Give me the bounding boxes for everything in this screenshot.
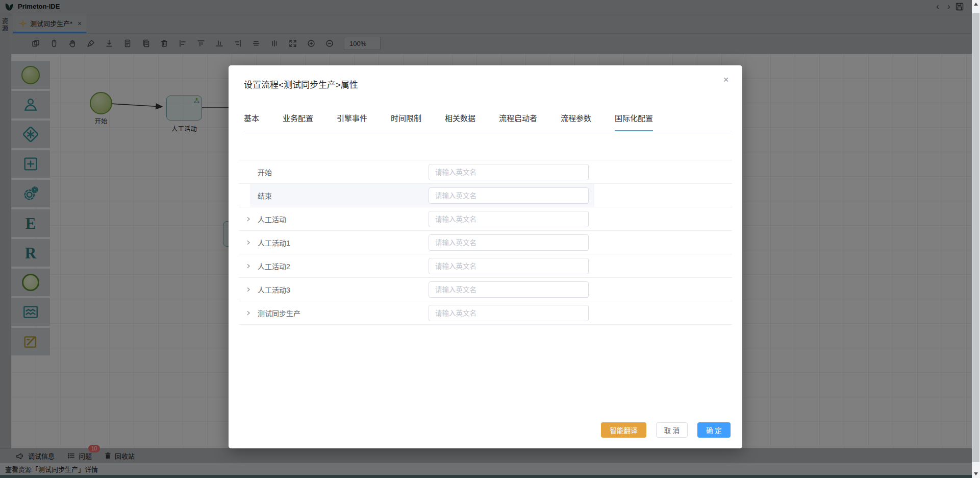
i18n-row: 结束 <box>239 184 732 207</box>
i18n-row: 开始 <box>239 160 732 184</box>
tab-process-initiator[interactable]: 流程启动者 <box>499 112 537 131</box>
row-label: 人工活动2 <box>258 261 290 271</box>
row-label: 测试同步生产 <box>258 308 300 318</box>
tab-time-limit[interactable]: 时间限制 <box>391 112 421 131</box>
i18n-row: 测试同步生产 <box>239 301 732 325</box>
i18n-row: 人工活动 <box>239 207 732 231</box>
i18n-row: 人工活动3 <box>239 278 732 301</box>
i18n-rows: 开始 结束 人工活动 人工活动1 人工活动2 <box>239 160 732 325</box>
vertical-scrollbar[interactable] <box>972 0 980 478</box>
tab-business-config[interactable]: 业务配置 <box>283 112 313 131</box>
expand-chevron-icon[interactable] <box>245 263 252 269</box>
english-name-input[interactable] <box>429 164 589 180</box>
dialog-title: 设置流程<测试同步生产>属性 <box>244 78 358 90</box>
expand-chevron-icon[interactable] <box>245 310 252 316</box>
row-label: 人工活动 <box>258 214 286 224</box>
cancel-button[interactable]: 取 消 <box>656 422 688 438</box>
tab-i18n-config[interactable]: 国际化配置 <box>615 112 653 131</box>
scroll-down-icon[interactable] <box>972 470 980 478</box>
english-name-input[interactable] <box>429 234 589 251</box>
tab-basic[interactable]: 基本 <box>244 112 259 131</box>
i18n-row: 人工活动1 <box>239 231 732 254</box>
smart-translate-button[interactable]: 智能翻译 <box>601 422 646 438</box>
row-label: 人工活动3 <box>258 284 290 295</box>
english-name-input[interactable] <box>429 281 589 298</box>
expand-chevron-icon[interactable] <box>245 286 252 293</box>
expand-chevron-icon[interactable] <box>245 240 252 246</box>
confirm-button[interactable]: 确 定 <box>697 422 731 438</box>
english-name-input[interactable] <box>429 305 589 321</box>
app-window: Primeton-IDE ‹ › 资源 <box>0 0 980 478</box>
english-name-input[interactable] <box>429 187 589 204</box>
scroll-up-icon[interactable] <box>972 0 980 8</box>
scrollbar-thumb[interactable] <box>972 13 979 462</box>
dialog-footer: 智能翻译 取 消 确 定 <box>601 422 731 438</box>
row-label: 结束 <box>258 190 272 201</box>
i18n-row: 人工活动2 <box>239 254 732 278</box>
dialog-close-icon[interactable]: × <box>720 74 732 86</box>
english-name-input[interactable] <box>429 258 589 274</box>
expand-chevron-icon[interactable] <box>245 216 252 222</box>
row-label: 开始 <box>258 167 272 177</box>
process-properties-dialog: 设置流程<测试同步生产>属性 × 基本 业务配置 引擎事件 时间限制 相关数据 … <box>229 65 742 448</box>
tab-related-data[interactable]: 相关数据 <box>445 112 475 131</box>
english-name-input[interactable] <box>429 211 589 227</box>
dialog-tabs: 基本 业务配置 引擎事件 时间限制 相关数据 流程启动者 流程参数 国际化配置 <box>244 112 732 131</box>
row-label: 人工活动1 <box>258 237 290 248</box>
tab-process-params[interactable]: 流程参数 <box>561 112 591 131</box>
tab-engine-events[interactable]: 引擎事件 <box>337 112 367 131</box>
